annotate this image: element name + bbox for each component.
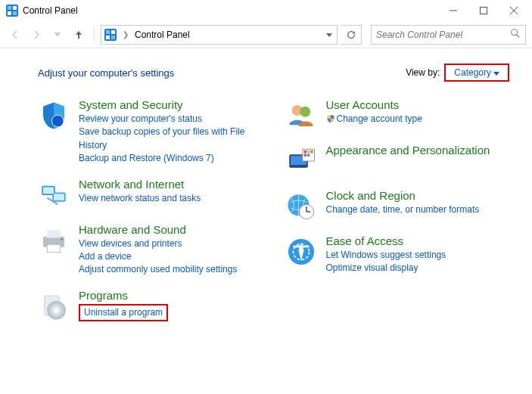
- left-column: System and Security Review your computer…: [38, 98, 263, 334]
- category-hardware: Hardware and Sound View devices and prin…: [38, 223, 263, 277]
- back-button[interactable]: [6, 26, 24, 44]
- highlight-uninstall: Uninstall a program: [79, 304, 168, 321]
- uac-shield-icon: [326, 114, 335, 123]
- svg-point-31: [300, 107, 310, 117]
- category-link[interactable]: Let Windows suggest settings: [326, 249, 510, 262]
- search-box[interactable]: [371, 25, 526, 45]
- category-link[interactable]: Review your computer's status: [79, 113, 263, 126]
- ease-of-access-icon: [285, 236, 317, 268]
- viewby-value: Category: [454, 67, 491, 78]
- category-link[interactable]: Optimize visual display: [326, 262, 510, 275]
- control-panel-icon: [6, 5, 18, 17]
- breadcrumb-icon: [104, 29, 117, 41]
- category-link[interactable]: View devices and printers: [79, 237, 263, 250]
- category-title[interactable]: Clock and Region: [326, 189, 510, 202]
- address-dropdown-button[interactable]: [326, 29, 332, 40]
- chevron-right-icon[interactable]: ❯: [123, 30, 129, 39]
- up-button[interactable]: [70, 26, 88, 44]
- content-area: Adjust your computer's settings View by:…: [0, 48, 532, 349]
- network-icon: [38, 179, 70, 211]
- svg-point-14: [512, 29, 518, 36]
- category-clock: Clock and Region Change date, time, or n…: [285, 189, 510, 222]
- category-network: Network and Internet View network status…: [38, 178, 263, 211]
- search-icon[interactable]: [510, 28, 521, 41]
- refresh-button[interactable]: [341, 25, 362, 45]
- svg-rect-4: [13, 11, 17, 15]
- category-title[interactable]: User Accounts: [326, 98, 510, 111]
- printer-icon: [38, 225, 70, 256]
- category-link[interactable]: Add a device: [79, 250, 263, 263]
- category-users: User Accounts Change account type: [285, 98, 510, 132]
- highlight-viewby: Category: [444, 64, 509, 82]
- separator: [94, 27, 95, 42]
- svg-line-15: [517, 35, 520, 38]
- page-heading: Adjust your computer's settings: [38, 67, 174, 79]
- address-bar[interactable]: ❯ Control Panel: [101, 25, 338, 45]
- svg-rect-36: [306, 150, 310, 154]
- viewby-label: View by:: [406, 67, 440, 78]
- category-link[interactable]: Save backup copies of your files with Fi…: [79, 126, 263, 152]
- svg-rect-38: [303, 154, 306, 157]
- heading-row: Adjust your computer's settings View by:…: [38, 64, 509, 82]
- monitor-swatch-icon: [285, 145, 317, 177]
- recent-menu-button[interactable]: [48, 26, 67, 44]
- svg-rect-12: [106, 36, 110, 39]
- clock-globe-icon: [285, 191, 317, 222]
- svg-rect-1: [8, 6, 11, 10]
- people-icon: [285, 100, 317, 132]
- category-link[interactable]: Change account type: [326, 113, 510, 126]
- svg-rect-20: [54, 194, 64, 200]
- close-button[interactable]: [499, 0, 529, 21]
- viewby-dropdown[interactable]: Category: [450, 66, 504, 79]
- svg-rect-3: [8, 11, 11, 15]
- category-title[interactable]: Ease of Access: [326, 234, 510, 247]
- chevron-down-icon: [493, 72, 499, 76]
- category-title[interactable]: Network and Internet: [79, 178, 263, 191]
- category-appearance: Appearance and Personalization: [285, 144, 510, 177]
- svg-rect-37: [310, 150, 313, 154]
- svg-rect-2: [13, 6, 17, 10]
- category-system-security: System and Security Review your computer…: [38, 98, 263, 166]
- svg-rect-6: [481, 7, 487, 14]
- category-programs: Programs Uninstall a program: [38, 289, 263, 322]
- svg-rect-39: [306, 154, 310, 157]
- category-link[interactable]: Change date, time, or number formats: [326, 203, 510, 216]
- category-ease: Ease of Access Let Windows suggest setti…: [285, 234, 510, 275]
- category-link[interactable]: Adjust commonly used mobility settings: [79, 263, 263, 276]
- minimize-button[interactable]: [438, 0, 468, 21]
- category-link[interactable]: Backup and Restore (Windows 7): [79, 152, 263, 165]
- category-title[interactable]: Hardware and Sound: [79, 223, 263, 236]
- svg-point-25: [61, 237, 64, 240]
- svg-rect-10: [106, 30, 110, 34]
- right-column: User Accounts Change account type Appear…: [285, 98, 510, 334]
- svg-point-29: [54, 308, 58, 312]
- category-title[interactable]: Programs: [79, 289, 263, 302]
- search-input[interactable]: [376, 29, 521, 40]
- svg-rect-35: [303, 150, 306, 154]
- shield-icon: [38, 100, 70, 132]
- category-link-uninstall[interactable]: Uninstall a program: [84, 306, 163, 319]
- svg-rect-23: [47, 230, 61, 238]
- svg-rect-13: [111, 36, 115, 39]
- forward-button[interactable]: [27, 26, 45, 44]
- window-title: Control Panel: [23, 5, 78, 16]
- maximize-button[interactable]: [468, 0, 499, 21]
- category-link[interactable]: View network status and tasks: [79, 192, 263, 205]
- disc-icon: [38, 290, 70, 322]
- nav-toolbar: ❯ Control Panel: [0, 21, 532, 48]
- svg-point-16: [51, 115, 64, 127]
- breadcrumb-item[interactable]: Control Panel: [135, 29, 190, 40]
- svg-rect-24: [47, 244, 61, 253]
- svg-rect-19: [43, 187, 54, 194]
- window-titlebar: Control Panel: [0, 0, 532, 21]
- category-title[interactable]: System and Security: [79, 98, 263, 111]
- category-title[interactable]: Appearance and Personalization: [326, 144, 510, 157]
- svg-rect-11: [111, 30, 115, 34]
